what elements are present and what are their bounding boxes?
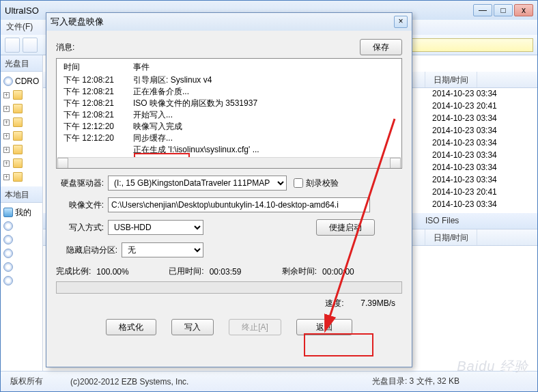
tree-row[interactable] [2, 274, 41, 288]
log-col-time: 时间 [63, 61, 133, 73]
computer-icon [3, 208, 13, 217]
cd-icon [3, 249, 13, 258]
log-row: 下午 12:12:20同步缓存... [63, 132, 395, 144]
format-button[interactable]: 格式化 [106, 319, 156, 335]
dialog-close-button[interactable]: × [394, 16, 408, 28]
tree-row[interactable]: 我的 [2, 206, 41, 219]
elapsed-value: 00:03:59 [210, 267, 251, 277]
verify-checkbox[interactable] [294, 178, 303, 188]
elapsed-label: 已用时间: [169, 266, 203, 277]
expand-icon[interactable]: + [3, 120, 10, 126]
return-highlight [304, 333, 373, 356]
return-button[interactable]: 返回 [296, 319, 352, 335]
folder-icon [13, 90, 23, 100]
cd-icon [3, 221, 13, 231]
scroll-right-icon[interactable] [390, 158, 401, 169]
dialog-titlebar[interactable]: 写入硬盘映像 × [46, 13, 412, 31]
statusbar: 版权所有 (c)2002-2012 EZB Systems, Inc. 光盘目录… [1, 371, 537, 391]
log-row: 正在生成 'I:\isolinux\syslinux.cfg' ... [63, 144, 395, 156]
method-label: 写入方式: [56, 222, 108, 234]
abort-button: 终止[A] [229, 319, 281, 335]
cd-icon [3, 276, 13, 285]
remain-label: 剩余时间: [282, 266, 317, 277]
scroll-track[interactable] [68, 158, 390, 168]
image-path-field [108, 197, 370, 212]
new-icon[interactable] [5, 38, 20, 53]
tree-row[interactable]: + [2, 156, 41, 170]
tree-row[interactable]: + [2, 129, 41, 143]
image-label: 映像文件: [56, 199, 108, 211]
open-icon[interactable] [23, 38, 38, 53]
log-row: 下午 12:12:20映像写入完成 [63, 121, 395, 132]
tree-label: CDRO [15, 76, 39, 86]
folder-icon [13, 131, 23, 141]
log-header: 时间 事件 [57, 59, 401, 74]
log-rows: 下午 12:08:21引导扇区: Syslinux v4下午 12:08:21正… [57, 74, 401, 167]
dialog-body: 消息: 保存 时间 事件 下午 12:08:21引导扇区: Syslinux v… [46, 31, 412, 342]
done-value: 100.00% [96, 267, 137, 277]
log-row: 下午 12:08:21开始写入... [63, 109, 395, 121]
log-box[interactable]: 时间 事件 下午 12:08:21引导扇区: Syslinux v4下午 12:… [56, 58, 402, 169]
expand-icon[interactable]: + [3, 174, 10, 180]
tree-label: 我的 [15, 207, 31, 219]
progress-bar [56, 281, 402, 294]
expand-icon[interactable]: + [3, 133, 10, 139]
convenient-boot-button[interactable]: 便捷启动 [316, 219, 375, 236]
message-label: 消息: [56, 42, 74, 53]
tree-row[interactable]: + [2, 143, 41, 156]
drive-label: 硬盘驱动器: [56, 178, 108, 189]
tree-row[interactable]: + [2, 170, 41, 184]
tree-row[interactable]: + [2, 88, 41, 102]
minimize-button[interactable]: — [473, 4, 492, 16]
close-button[interactable]: x [514, 4, 533, 16]
tree-row[interactable]: CDRO [2, 74, 41, 88]
done-label: 完成比例: [56, 266, 91, 277]
tree-row[interactable] [2, 219, 41, 233]
expand-icon[interactable]: + [3, 160, 10, 167]
speed-value: 7.39MB/s [360, 298, 395, 308]
tree-row[interactable]: + [2, 102, 41, 115]
tree-row[interactable] [2, 260, 41, 274]
disc-tree-header: 光盘目 [1, 55, 42, 72]
log-row: 下午 12:08:21引导扇区: Syslinux v4 [63, 74, 395, 86]
tree-row[interactable] [2, 233, 41, 247]
expand-icon[interactable]: + [3, 106, 10, 112]
drive-select[interactable]: (I:, 15 GB)KingstonDataTraveler 111PMAP [108, 176, 287, 191]
save-button[interactable]: 保存 [360, 39, 402, 55]
disc-tree[interactable]: CDRO + + + + + + + [1, 72, 42, 186]
hidden-select[interactable]: 无 [122, 242, 203, 257]
cd-icon [3, 235, 13, 244]
speed-label: 速度: [325, 298, 343, 308]
h-scrollbar[interactable] [57, 157, 401, 168]
window-controls: — □ x [473, 4, 533, 16]
remain-value: 00:00:00 [322, 267, 354, 277]
scroll-left-icon[interactable] [57, 158, 68, 169]
expand-icon[interactable]: + [3, 147, 10, 153]
write-button[interactable]: 写入 [171, 319, 214, 335]
folder-icon [13, 104, 23, 113]
dialog-title: 写入硬盘映像 [51, 16, 394, 28]
folder-icon [13, 145, 23, 154]
left-pane: 光盘目 CDRO + + + + + + + 本地目 我的 [1, 55, 43, 371]
col-date[interactable]: 日期/时间 [425, 72, 477, 87]
folder-icon [13, 117, 23, 127]
local-tree[interactable]: 我的 [1, 203, 42, 290]
expand-icon[interactable]: + [3, 92, 10, 98]
log-col-event: 事件 [133, 61, 395, 73]
log-row: 下午 12:08:21ISO 映像文件的扇区数为 3531937 [63, 98, 395, 109]
maximize-button[interactable]: □ [494, 4, 513, 16]
hidden-label: 隐藏启动分区: [56, 244, 122, 256]
verify-label: 刻录校验 [306, 178, 339, 189]
local-tree-header: 本地目 [1, 186, 42, 203]
write-image-dialog: 写入硬盘映像 × 消息: 保存 时间 事件 下午 12:08:21引导扇区: S… [46, 12, 412, 367]
tree-row[interactable]: + [2, 115, 41, 129]
cd-icon [3, 262, 13, 272]
company-label: (c)2002-2012 EZB Systems, Inc. [70, 377, 188, 387]
copyright-label: 版权所有 [10, 376, 43, 387]
cd-icon [3, 76, 13, 86]
method-select[interactable]: USB-HDD [108, 220, 203, 235]
col-date[interactable]: 日期/时间 [425, 229, 477, 245]
tree-row[interactable] [2, 247, 41, 260]
folder-icon [13, 158, 23, 168]
disc-info-label: 光盘目录: 3 文件, 32 KB [372, 376, 459, 387]
